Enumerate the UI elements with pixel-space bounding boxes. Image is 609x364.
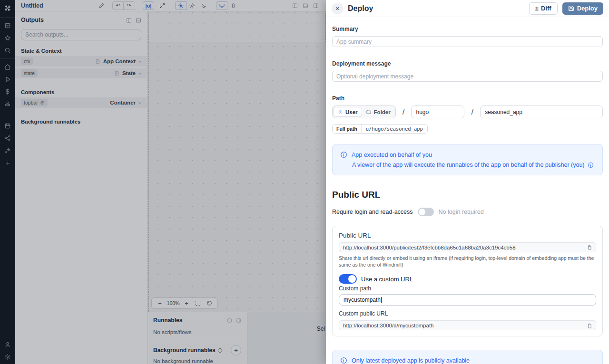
summary-label: Summary xyxy=(332,26,603,32)
public-url-card: Public URL http://localhost:3000/public/… xyxy=(332,226,603,336)
deployment-message-label: Deployment message xyxy=(332,60,603,67)
public-url-field[interactable]: http://localhost:3000/public/test2/f3efc… xyxy=(339,242,596,252)
clipboard-icon xyxy=(587,323,592,329)
path-separator: / xyxy=(464,107,480,117)
execution-notice-body: A viewer of the app will execute the run… xyxy=(352,162,585,168)
summary-input[interactable] xyxy=(332,36,603,47)
user-icon xyxy=(338,109,343,115)
deploy-drawer: × Deploy ± Diff Deploy Summary Deploymen… xyxy=(326,0,609,364)
owner-kind-user[interactable]: User xyxy=(334,107,362,117)
drawer-title: Deploy xyxy=(348,4,529,13)
require-login-label: Require login and read-access xyxy=(332,209,413,215)
deploy-notice: Only latest deployed app is publicly ava… xyxy=(332,350,603,364)
path-owner-input[interactable] xyxy=(411,105,464,118)
custom-path-label: Custom path xyxy=(339,285,596,292)
diff-button[interactable]: ± Diff xyxy=(529,2,558,15)
custom-url-field[interactable]: http://localhost:3000/a/mycustompath xyxy=(339,320,596,330)
full-path-value: u/hugo/seasoned_app xyxy=(361,125,427,133)
deployment-message-input[interactable] xyxy=(332,71,603,82)
clipboard-icon xyxy=(587,245,592,250)
deploy-notice-title: Only latest deployed app is publicly ava… xyxy=(352,357,470,364)
share-hint: Share this url directly or embed it usin… xyxy=(339,255,596,268)
path-name-input[interactable] xyxy=(480,105,603,118)
copy-custom-url-button[interactable] xyxy=(587,321,592,330)
info-icon xyxy=(340,151,347,158)
require-login-toggle[interactable] xyxy=(418,208,434,216)
close-drawer-button[interactable]: × xyxy=(332,3,343,14)
path-separator: / xyxy=(396,107,412,117)
drawer-backdrop[interactable] xyxy=(0,0,326,364)
full-path-pill: Full path u/hugo/seasoned_app xyxy=(332,124,428,134)
text-caret xyxy=(381,297,382,303)
owner-kind-segmented-control: User Folder xyxy=(332,105,396,118)
public-url-card-label: Public URL xyxy=(339,232,596,239)
login-state-label: No login required xyxy=(439,209,484,215)
folder-icon xyxy=(366,109,372,115)
custom-path-input[interactable]: mycustompath xyxy=(339,294,596,306)
copy-url-button[interactable] xyxy=(587,243,592,252)
custom-url-value: http://localhost:3000/a/mycustompath xyxy=(343,323,587,328)
custom-url-toggle[interactable] xyxy=(339,274,357,284)
execution-notice-title: App executed on behalf of you xyxy=(352,152,432,158)
info-icon xyxy=(340,357,347,364)
custom-path-value: mycustompath xyxy=(344,297,381,303)
drawer-header: × Deploy ± Diff Deploy xyxy=(326,0,609,17)
public-url-value: http://localhost:3000/public/test2/f3efc… xyxy=(343,245,587,250)
owner-kind-folder[interactable]: Folder xyxy=(362,107,394,117)
execution-notice: App executed on behalf of you A viewer o… xyxy=(332,144,603,175)
close-icon: × xyxy=(335,5,339,12)
custom-url-label: Custom public URL xyxy=(339,310,596,317)
public-url-heading: Public URL xyxy=(332,190,603,200)
path-label: Path xyxy=(332,95,603,102)
full-path-label: Full path xyxy=(333,125,361,133)
save-icon xyxy=(568,5,574,11)
custom-url-toggle-label: Use a custom URL xyxy=(361,276,413,283)
deploy-button[interactable]: Deploy xyxy=(562,2,603,15)
info-icon xyxy=(588,162,594,168)
plus-minus-icon: ± xyxy=(535,5,539,12)
